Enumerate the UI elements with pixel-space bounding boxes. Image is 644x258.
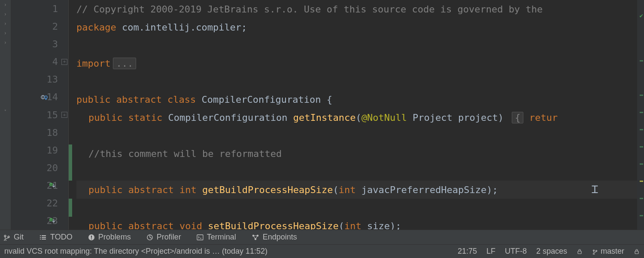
tool-window-terminal[interactable]: Terminal [197, 233, 236, 242]
folded-region[interactable]: ... [113, 58, 136, 69]
svg-point-1 [45, 96, 47, 98]
code-lines[interactable]: // Copyright 2000-2019 JetBrains s.r.o. … [69, 0, 644, 230]
code-line[interactable]: //this comment will be reformatted [76, 144, 644, 163]
line-number: 15 [41, 110, 58, 120]
status-widgets: 21:75 LF UTF-8 2 spaces master [458, 247, 640, 256]
tool-strip-chevron-icon: › [1, 19, 10, 28]
code-line[interactable]: package com.intellij.compiler; [76, 18, 644, 36]
override-down-icon[interactable]: o [49, 182, 55, 189]
padlock-icon[interactable] [634, 249, 640, 255]
error-stripe[interactable]: ✔ [637, 0, 644, 230]
gutter-row[interactable]: 14 [11, 88, 68, 106]
code-text: ( [339, 221, 344, 230]
tool-window-problems[interactable]: Problems [88, 233, 131, 242]
code-line[interactable] [76, 36, 644, 54]
vcs-change-marker[interactable] [69, 144, 72, 163]
gutter-row[interactable]: 18 [11, 124, 68, 141]
status-message[interactable]: nvalid VCS root mapping: The directory <… [4, 247, 267, 256]
line-number: 2 [41, 21, 58, 32]
stripe-marker[interactable] [640, 215, 643, 216]
annotation: @NotNull [361, 112, 407, 123]
code-line-current[interactable]: public abstract int getBuildProcessHeapS… [76, 181, 644, 199]
gutter-row[interactable]: 19 [11, 141, 68, 159]
gutter-row[interactable]: 3 [11, 35, 68, 53]
file-encoding[interactable]: UTF-8 [505, 247, 527, 256]
code-line[interactable] [76, 126, 644, 144]
left-tool-strip[interactable]: › › › › › ˅ [0, 0, 11, 230]
gutter-row[interactable]: 2 [11, 18, 68, 35]
keyword: int [344, 221, 361, 230]
keyword: public [88, 184, 122, 195]
gutter-row[interactable]: 15 + [11, 106, 68, 123]
stripe-marker[interactable] [640, 112, 643, 113]
gutter-row[interactable]: 4 + [11, 53, 68, 71]
method-name: getInstance [293, 112, 356, 123]
branch-icon [592, 249, 598, 255]
code-line[interactable] [76, 72, 644, 90]
warning-icon [88, 234, 95, 241]
stripe-marker[interactable] [640, 181, 643, 182]
gutter-row[interactable]: 1 [11, 0, 68, 18]
code-line[interactable]: public abstract void setBuildProcessHeap… [76, 217, 644, 230]
tool-strip-chevron-icon: › [1, 28, 10, 38]
svg-text:o: o [50, 183, 52, 187]
keyword: public [88, 112, 122, 123]
vcs-change-marker[interactable] [69, 199, 72, 217]
svg-text:o: o [50, 218, 52, 222]
gutter-row[interactable]: o 23 [11, 212, 68, 230]
method-name: setBuildProcessHeapSize [202, 221, 339, 230]
code-line[interactable] [76, 163, 644, 181]
override-down-icon[interactable]: o [49, 217, 55, 224]
stripe-marker[interactable] [640, 129, 643, 130]
keyword: public [88, 221, 122, 230]
gutter-row[interactable]: 20 [11, 159, 68, 177]
tool-window-endpoints[interactable]: Endpoints [252, 233, 297, 242]
cursor-position[interactable]: 21:75 [458, 247, 477, 256]
tool-window-label: Problems [98, 233, 131, 242]
tool-window-profiler[interactable]: Profiler [146, 233, 181, 242]
gutter-row[interactable]: 22 [11, 194, 68, 212]
stripe-marker[interactable] [640, 95, 643, 96]
gutter-row[interactable]: o 21 [11, 177, 68, 194]
line-number: 13 [41, 74, 58, 85]
list-icon [39, 234, 47, 240]
code-line[interactable]: public static CompilerConfiguration getI… [76, 108, 644, 126]
stripe-marker[interactable] [640, 198, 643, 199]
git-branch-widget[interactable]: master [592, 247, 624, 256]
tool-window-label: Profiler [157, 233, 181, 242]
code-text: ( [356, 112, 361, 123]
keyword: abstract [110, 94, 161, 105]
comment-text: // Copyright 2000-2019 JetBrains s.r.o. … [76, 4, 543, 15]
stripe-marker[interactable] [640, 60, 643, 61]
tool-window-bar: Git TODO Problems Profiler Terminal Endp… [0, 230, 644, 244]
stripe-marker[interactable] [640, 146, 643, 147]
line-separator[interactable]: LF [486, 247, 495, 256]
code-line[interactable] [76, 199, 644, 217]
fold-expand-icon[interactable]: + [61, 59, 67, 65]
git-branch-icon [3, 234, 10, 241]
tool-strip-chevron-icon: ˅ [1, 108, 10, 117]
gutter[interactable]: 1 2 3 4 + 13 14 15 + 18 19 20 [11, 0, 69, 230]
stripe-marker[interactable] [640, 163, 643, 165]
readonly-lock-icon[interactable] [577, 249, 583, 255]
svg-rect-7 [91, 236, 92, 238]
tool-window-label: Terminal [207, 233, 236, 242]
inspection-ok-icon[interactable]: ✔ [640, 12, 643, 19]
tool-window-git[interactable]: Git [3, 233, 24, 242]
fold-expand-icon[interactable]: + [61, 112, 67, 118]
svg-rect-14 [578, 251, 581, 254]
tool-window-todo[interactable]: TODO [39, 233, 73, 242]
code-line[interactable]: public abstract class CompilerConfigurat… [76, 90, 644, 108]
line-number: 4 [41, 56, 58, 67]
gutter-row[interactable]: 13 [11, 71, 68, 88]
usages-icon[interactable] [41, 94, 48, 101]
editor[interactable]: 1 2 3 4 + 13 14 15 + 18 19 20 [11, 0, 644, 230]
code-line[interactable]: import... [76, 54, 644, 72]
keyword: class [162, 94, 196, 105]
code-line[interactable]: // Copyright 2000-2019 JetBrains s.r.o. … [76, 0, 644, 18]
tool-strip-chevron-icon: › [1, 0, 10, 9]
indent-widget[interactable]: 2 spaces [536, 247, 567, 256]
folded-brace[interactable]: { [512, 112, 523, 123]
code-text: ( [333, 184, 339, 195]
vcs-change-marker[interactable] [69, 163, 72, 181]
